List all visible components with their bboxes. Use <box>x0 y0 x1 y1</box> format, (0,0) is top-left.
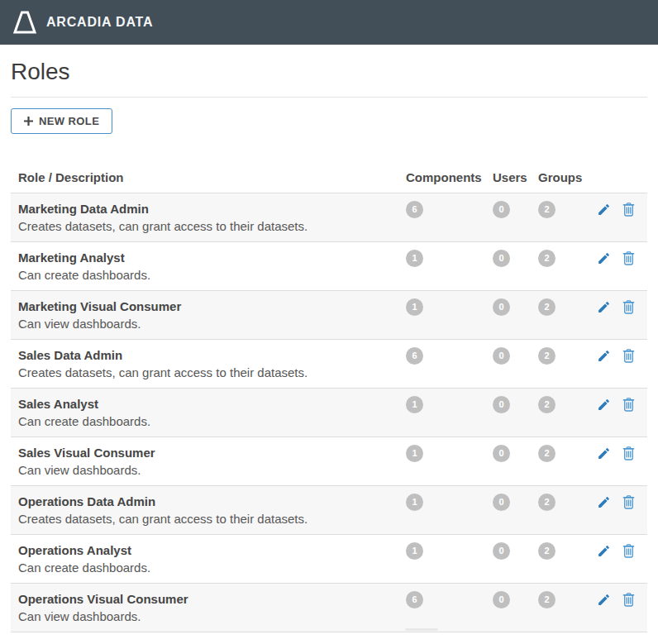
edit-role-button[interactable] <box>597 591 611 607</box>
plus-icon <box>24 117 33 126</box>
delete-role-button[interactable] <box>622 396 635 412</box>
arcadia-logo-icon <box>12 9 38 36</box>
components-count-badge: 1 <box>406 494 423 511</box>
role-name: Marketing Analyst <box>18 250 406 266</box>
trash-icon <box>622 446 635 460</box>
groups-count-badge: 2 <box>538 591 555 608</box>
pencil-icon <box>597 300 611 314</box>
role-name: Operations Visual Consumer <box>18 591 406 608</box>
brand-name: ARCADIA DATA <box>46 15 153 30</box>
components-cell: 1 <box>406 542 493 560</box>
role-description: Creates datasets, can grant access to th… <box>18 217 406 235</box>
users-count-badge: 0 <box>493 591 510 608</box>
trash-icon <box>622 349 635 363</box>
delete-role-button[interactable] <box>622 494 635 509</box>
groups-cell: 2 <box>538 591 597 608</box>
role-description: Can create dashboards. <box>18 266 406 284</box>
components-cell: 1 <box>406 250 493 267</box>
edit-role-button[interactable] <box>597 347 611 363</box>
actions-cell <box>597 542 640 558</box>
groups-count-badge: 2 <box>538 396 555 413</box>
pencil-icon <box>597 446 611 460</box>
components-cell: 6 <box>406 201 493 218</box>
edit-role-button[interactable] <box>597 250 611 265</box>
delete-role-button[interactable] <box>622 298 635 314</box>
components-count-badge: 1 <box>406 298 423 316</box>
users-count-badge: 0 <box>493 250 510 267</box>
pencil-icon <box>597 398 611 412</box>
delete-role-button[interactable] <box>622 347 635 363</box>
role-table-row: Marketing Data Admin Creates datasets, c… <box>11 193 647 241</box>
trash-icon <box>622 251 635 265</box>
role-cell: Operations Data Admin Creates datasets, … <box>18 494 406 527</box>
users-cell: 0 <box>493 591 538 608</box>
role-description: Can view dashboards. <box>18 608 406 625</box>
role-cell: Operations Visual Consumer Can view dash… <box>18 591 406 625</box>
column-header-users: Users <box>493 170 538 184</box>
users-count-badge: 0 <box>493 396 510 413</box>
pencil-icon <box>597 349 611 363</box>
edit-role-button[interactable] <box>597 396 611 412</box>
users-count-badge: 0 <box>493 445 510 462</box>
top-navigation-bar: ARCADIA DATA <box>0 0 658 45</box>
actions-cell <box>597 201 640 217</box>
users-cell: 0 <box>493 396 538 413</box>
role-cell: Sales Analyst Can create dashboards. <box>18 396 406 430</box>
users-count-badge: 0 <box>493 298 510 316</box>
users-count-badge: 0 <box>493 347 510 365</box>
edit-role-button[interactable] <box>597 298 611 314</box>
new-role-button-label: NEW ROLE <box>39 115 99 127</box>
delete-role-button[interactable] <box>622 445 635 460</box>
groups-count-badge: 2 <box>538 445 555 462</box>
role-name: Operations Data Admin <box>18 494 406 510</box>
users-count-badge: 0 <box>493 542 510 560</box>
pencil-icon <box>597 593 611 607</box>
pencil-icon <box>597 203 611 217</box>
groups-cell: 2 <box>538 298 597 316</box>
components-count-badge: 1 <box>406 396 423 413</box>
edit-role-button[interactable] <box>597 445 611 460</box>
role-description: Creates datasets, can grant access to th… <box>18 510 406 527</box>
delete-role-button[interactable] <box>622 201 635 217</box>
role-cell: Operations Analyst Can create dashboards… <box>18 542 406 576</box>
role-name: Marketing Visual Consumer <box>18 298 406 315</box>
role-table-row: Operations Data Admin Creates datasets, … <box>11 485 647 534</box>
trash-icon <box>622 495 635 509</box>
groups-cell: 2 <box>538 396 597 413</box>
groups-cell: 2 <box>538 347 597 365</box>
role-name: Sales Visual Consumer <box>18 445 406 461</box>
users-cell: 0 <box>493 298 538 316</box>
role-table-row: Marketing Visual Consumer Can view dashb… <box>11 290 647 339</box>
components-count-badge: 6 <box>406 201 423 218</box>
delete-role-button[interactable] <box>622 591 635 607</box>
role-cell: Marketing Data Admin Creates datasets, c… <box>18 201 406 235</box>
roles-table-header: Role / Description Components Users Grou… <box>11 169 647 193</box>
new-role-button[interactable]: NEW ROLE <box>11 108 112 134</box>
edit-role-button[interactable] <box>597 201 611 217</box>
components-cell: 1 <box>406 494 493 511</box>
trash-icon <box>622 593 635 607</box>
trash-icon <box>622 544 635 558</box>
role-cell: Sales Data Admin Creates datasets, can g… <box>18 347 406 381</box>
groups-cell: 2 <box>538 445 597 462</box>
pencil-icon <box>597 251 611 265</box>
delete-role-button[interactable] <box>622 542 635 558</box>
components-count-badge: 1 <box>406 445 423 462</box>
role-description: Can view dashboards. <box>18 315 406 332</box>
users-cell: 0 <box>493 542 538 560</box>
edit-role-button[interactable] <box>597 494 611 509</box>
groups-count-badge: 2 <box>538 201 555 218</box>
actions-cell <box>597 494 640 509</box>
role-cell: Marketing Visual Consumer Can view dashb… <box>18 298 406 332</box>
delete-role-button[interactable] <box>622 250 635 265</box>
role-description: Can view dashboards. <box>18 461 406 479</box>
roles-table: Role / Description Components Users Grou… <box>11 169 647 632</box>
role-name: Sales Analyst <box>18 396 406 413</box>
role-table-row: Operations Visual Consumer Can view dash… <box>11 583 647 632</box>
groups-cell: 2 <box>538 250 597 267</box>
role-table-row: Sales Analyst Can create dashboards. 1 0… <box>11 388 647 436</box>
role-description: Can create dashboards. <box>18 413 406 430</box>
trash-icon <box>622 398 635 412</box>
edit-role-button[interactable] <box>597 542 611 558</box>
components-count-badge: 6 <box>406 347 423 365</box>
